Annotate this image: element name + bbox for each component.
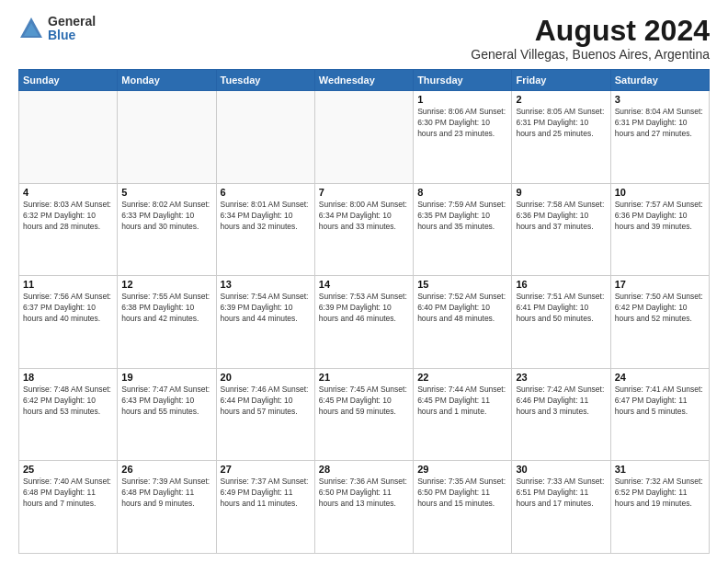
table-row: 19Sunrise: 7:47 AM Sunset: 6:43 PM Dayli… xyxy=(118,368,216,461)
day-number: 3 xyxy=(615,94,705,105)
table-row xyxy=(19,91,118,184)
page-header: General Blue August 2024 General Villega… xyxy=(18,15,710,62)
table-row: 29Sunrise: 7:35 AM Sunset: 6:50 PM Dayli… xyxy=(414,461,512,554)
day-number: 6 xyxy=(221,187,311,198)
location-subtitle: General Villegas, Buenos Aires, Argentin… xyxy=(471,47,710,62)
table-row: 1Sunrise: 8:06 AM Sunset: 6:30 PM Daylig… xyxy=(414,91,512,184)
day-info: Sunrise: 7:48 AM Sunset: 6:42 PM Dayligh… xyxy=(23,385,113,418)
table-row xyxy=(118,91,216,184)
table-row: 2Sunrise: 8:05 AM Sunset: 6:31 PM Daylig… xyxy=(512,91,610,184)
day-number: 26 xyxy=(121,464,211,475)
header-monday: Monday xyxy=(118,70,216,91)
day-number: 18 xyxy=(23,372,113,383)
calendar-header-row: Sunday Monday Tuesday Wednesday Thursday… xyxy=(19,70,710,91)
day-info: Sunrise: 7:54 AM Sunset: 6:39 PM Dayligh… xyxy=(221,292,311,325)
table-row: 17Sunrise: 7:50 AM Sunset: 6:42 PM Dayli… xyxy=(610,276,709,369)
header-tuesday: Tuesday xyxy=(216,70,314,91)
day-info: Sunrise: 8:03 AM Sunset: 6:32 PM Dayligh… xyxy=(23,200,113,233)
day-number: 20 xyxy=(221,372,311,383)
day-info: Sunrise: 7:35 AM Sunset: 6:50 PM Dayligh… xyxy=(417,477,507,510)
day-info: Sunrise: 7:52 AM Sunset: 6:40 PM Dayligh… xyxy=(417,292,507,325)
table-row: 22Sunrise: 7:44 AM Sunset: 6:45 PM Dayli… xyxy=(414,368,512,461)
table-row: 18Sunrise: 7:48 AM Sunset: 6:42 PM Dayli… xyxy=(19,368,118,461)
day-info: Sunrise: 7:40 AM Sunset: 6:48 PM Dayligh… xyxy=(23,477,113,510)
table-row: 9Sunrise: 7:58 AM Sunset: 6:36 PM Daylig… xyxy=(512,183,610,276)
day-info: Sunrise: 7:42 AM Sunset: 6:46 PM Dayligh… xyxy=(516,385,606,418)
day-number: 4 xyxy=(23,187,113,198)
table-row: 24Sunrise: 7:41 AM Sunset: 6:47 PM Dayli… xyxy=(610,368,709,461)
day-info: Sunrise: 8:06 AM Sunset: 6:30 PM Dayligh… xyxy=(417,107,507,140)
day-info: Sunrise: 7:47 AM Sunset: 6:43 PM Dayligh… xyxy=(121,385,211,418)
table-row: 20Sunrise: 7:46 AM Sunset: 6:44 PM Dayli… xyxy=(216,368,314,461)
day-info: Sunrise: 7:53 AM Sunset: 6:39 PM Dayligh… xyxy=(319,292,409,325)
day-info: Sunrise: 7:57 AM Sunset: 6:36 PM Dayligh… xyxy=(615,200,705,233)
table-row: 16Sunrise: 7:51 AM Sunset: 6:41 PM Dayli… xyxy=(512,276,610,369)
table-row: 26Sunrise: 7:39 AM Sunset: 6:48 PM Dayli… xyxy=(118,461,216,554)
day-number: 9 xyxy=(516,187,606,198)
day-info: Sunrise: 7:51 AM Sunset: 6:41 PM Dayligh… xyxy=(516,292,606,325)
table-row: 8Sunrise: 7:59 AM Sunset: 6:35 PM Daylig… xyxy=(414,183,512,276)
day-info: Sunrise: 7:33 AM Sunset: 6:51 PM Dayligh… xyxy=(516,477,606,510)
logo: General Blue xyxy=(18,15,96,43)
logo-icon xyxy=(18,16,44,41)
day-info: Sunrise: 7:44 AM Sunset: 6:45 PM Dayligh… xyxy=(417,385,507,418)
table-row: 6Sunrise: 8:01 AM Sunset: 6:34 PM Daylig… xyxy=(216,183,314,276)
day-number: 21 xyxy=(319,372,409,383)
table-row: 7Sunrise: 8:00 AM Sunset: 6:34 PM Daylig… xyxy=(314,183,413,276)
day-number: 30 xyxy=(516,464,606,475)
table-row: 28Sunrise: 7:36 AM Sunset: 6:50 PM Dayli… xyxy=(314,461,413,554)
month-year-title: August 2024 xyxy=(471,15,710,47)
table-row: 23Sunrise: 7:42 AM Sunset: 6:46 PM Dayli… xyxy=(512,368,610,461)
header-wednesday: Wednesday xyxy=(314,70,413,91)
day-info: Sunrise: 8:01 AM Sunset: 6:34 PM Dayligh… xyxy=(221,200,311,233)
table-row: 13Sunrise: 7:54 AM Sunset: 6:39 PM Dayli… xyxy=(216,276,314,369)
table-row: 14Sunrise: 7:53 AM Sunset: 6:39 PM Dayli… xyxy=(314,276,413,369)
table-row: 25Sunrise: 7:40 AM Sunset: 6:48 PM Dayli… xyxy=(19,461,118,554)
table-row: 10Sunrise: 7:57 AM Sunset: 6:36 PM Dayli… xyxy=(610,183,709,276)
day-number: 25 xyxy=(23,464,113,475)
day-info: Sunrise: 8:00 AM Sunset: 6:34 PM Dayligh… xyxy=(319,200,409,233)
calendar-week-1: 1Sunrise: 8:06 AM Sunset: 6:30 PM Daylig… xyxy=(19,91,710,184)
day-number: 27 xyxy=(221,464,311,475)
day-number: 11 xyxy=(23,279,113,290)
header-thursday: Thursday xyxy=(414,70,512,91)
table-row xyxy=(216,91,314,184)
day-number: 2 xyxy=(516,94,606,105)
day-number: 29 xyxy=(417,464,507,475)
day-info: Sunrise: 7:36 AM Sunset: 6:50 PM Dayligh… xyxy=(319,477,409,510)
table-row: 15Sunrise: 7:52 AM Sunset: 6:40 PM Dayli… xyxy=(414,276,512,369)
day-info: Sunrise: 7:59 AM Sunset: 6:35 PM Dayligh… xyxy=(417,200,507,233)
table-row: 4Sunrise: 8:03 AM Sunset: 6:32 PM Daylig… xyxy=(19,183,118,276)
day-info: Sunrise: 8:02 AM Sunset: 6:33 PM Dayligh… xyxy=(121,200,211,233)
day-info: Sunrise: 7:37 AM Sunset: 6:49 PM Dayligh… xyxy=(221,477,311,510)
day-info: Sunrise: 7:58 AM Sunset: 6:36 PM Dayligh… xyxy=(516,200,606,233)
table-row: 27Sunrise: 7:37 AM Sunset: 6:49 PM Dayli… xyxy=(216,461,314,554)
day-number: 17 xyxy=(615,279,705,290)
day-number: 1 xyxy=(417,94,507,105)
day-number: 31 xyxy=(615,464,705,475)
day-info: Sunrise: 7:55 AM Sunset: 6:38 PM Dayligh… xyxy=(121,292,211,325)
logo-blue-text: Blue xyxy=(48,29,96,42)
day-number: 10 xyxy=(615,187,705,198)
table-row: 5Sunrise: 8:02 AM Sunset: 6:33 PM Daylig… xyxy=(118,183,216,276)
table-row: 3Sunrise: 8:04 AM Sunset: 6:31 PM Daylig… xyxy=(610,91,709,184)
day-info: Sunrise: 7:56 AM Sunset: 6:37 PM Dayligh… xyxy=(23,292,113,325)
day-number: 19 xyxy=(121,372,211,383)
day-info: Sunrise: 7:39 AM Sunset: 6:48 PM Dayligh… xyxy=(121,477,211,510)
day-number: 24 xyxy=(615,372,705,383)
calendar-table: Sunday Monday Tuesday Wednesday Thursday… xyxy=(18,69,710,554)
header-sunday: Sunday xyxy=(19,70,118,91)
day-number: 23 xyxy=(516,372,606,383)
calendar-week-3: 11Sunrise: 7:56 AM Sunset: 6:37 PM Dayli… xyxy=(19,276,710,369)
day-number: 22 xyxy=(417,372,507,383)
day-number: 28 xyxy=(319,464,409,475)
day-info: Sunrise: 7:45 AM Sunset: 6:45 PM Dayligh… xyxy=(319,385,409,418)
day-info: Sunrise: 8:04 AM Sunset: 6:31 PM Dayligh… xyxy=(615,107,705,140)
table-row: 11Sunrise: 7:56 AM Sunset: 6:37 PM Dayli… xyxy=(19,276,118,369)
header-saturday: Saturday xyxy=(610,70,709,91)
day-info: Sunrise: 8:05 AM Sunset: 6:31 PM Dayligh… xyxy=(516,107,606,140)
day-number: 12 xyxy=(121,279,211,290)
header-friday: Friday xyxy=(512,70,610,91)
day-info: Sunrise: 7:46 AM Sunset: 6:44 PM Dayligh… xyxy=(221,385,311,418)
title-section: August 2024 General Villegas, Buenos Air… xyxy=(471,15,710,62)
